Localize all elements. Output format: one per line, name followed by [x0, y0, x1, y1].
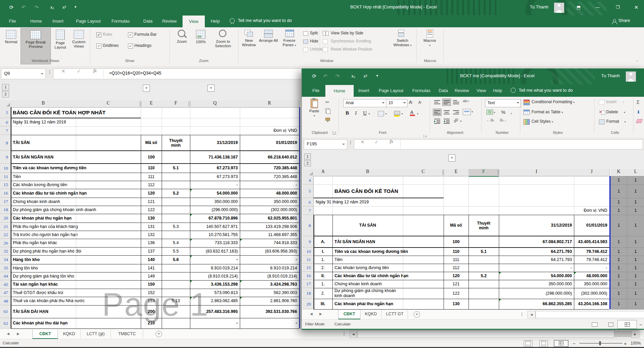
- cell-r20[interactable]: 62.025.955.801: [240, 214, 297, 223]
- cell-a20[interactable]: III.: [314, 299, 332, 309]
- cell-e44[interactable]: 149: [141, 272, 162, 280]
- cell-j7[interactable]: Đơn vị: VND: [574, 206, 607, 215]
- view-normal-icon[interactable]: [524, 340, 533, 347]
- new-sheet-icon[interactable]: +: [156, 331, 162, 337]
- cell-r48[interactable]: 2.861.908.760: [240, 297, 297, 305]
- cell-b9[interactable]: TÀI SẢN NGẮN HẠN: [13, 151, 141, 164]
- cell-b11[interactable]: Tiền: [334, 256, 444, 264]
- cell-r9[interactable]: 66.218.640.012: [240, 151, 297, 164]
- cell-k18[interactable]: 1: [611, 288, 627, 299]
- cell-b20[interactable]: Các khoản phải thu ngắn hạn: [334, 299, 444, 309]
- cell-e18[interactable]: 122: [444, 288, 469, 299]
- cell-q11[interactable]: 67.273.973: [190, 173, 238, 181]
- cell-b16[interactable]: Các khoản đầu tư tài chính ngắn hạn: [13, 189, 141, 198]
- cell-b16[interactable]: Các khoản đầu tư tài chính ngắn hạn: [334, 272, 444, 280]
- select-all-corner[interactable]: [0, 100, 11, 108]
- cell-e20[interactable]: 130: [444, 299, 469, 309]
- cell-e22[interactable]: 132: [141, 231, 162, 239]
- cell-r45[interactable]: 3.424.298.763: [240, 280, 297, 289]
- cell-q15[interactable]: -: [190, 181, 238, 189]
- cell-k9[interactable]: 1: [611, 236, 627, 248]
- sheet-tab-tmbctc[interactable]: TMBCTC: [111, 329, 143, 338]
- cell-e47[interactable]: 152: [141, 289, 162, 297]
- cell-b17[interactable]: Chứng khoán kinh doanh: [13, 198, 141, 206]
- zoom-in-icon[interactable]: +: [624, 341, 627, 346]
- cell-l15[interactable]: 1: [627, 264, 644, 272]
- cell-a17[interactable]: 1.: [314, 280, 332, 288]
- zoom-percentage[interactable]: 100%: [631, 341, 641, 346]
- column-header-E[interactable]: E: [141, 100, 162, 108]
- cell-e18[interactable]: 122: [141, 206, 162, 214]
- cell-f16[interactable]: 5.2: [469, 272, 499, 280]
- cell-e17[interactable]: 121: [444, 280, 469, 288]
- row-header-26[interactable]: 26: [0, 239, 11, 247]
- cell-e21[interactable]: 131: [141, 223, 162, 231]
- sheet-tab-cdkt[interactable]: CĐKT: [338, 310, 360, 319]
- cell-r47[interactable]: 562.390.003: [240, 289, 297, 297]
- row-header-10[interactable]: 10: [0, 164, 11, 173]
- cell-k17[interactable]: 1: [611, 280, 627, 288]
- cell-j8[interactable]: 01/01/2019: [574, 215, 607, 236]
- cell-r35[interactable]: 8.910.019.214: [240, 264, 297, 272]
- hscroll-left-icon[interactable]: ◀: [527, 311, 536, 318]
- row-header-9[interactable]: 9: [302, 236, 314, 248]
- cell-e62[interactable]: 210: [141, 318, 162, 328]
- hscroll-thumb[interactable]: [536, 311, 644, 318]
- row-header-16[interactable]: 16: [0, 189, 11, 198]
- cell-r44[interactable]: (8.910.019.214): [240, 272, 297, 280]
- column-header-A[interactable]: A: [314, 169, 333, 176]
- column-header-F[interactable]: F: [469, 169, 499, 177]
- cell-r17[interactable]: 350.000.000: [240, 198, 297, 206]
- cell-r21[interactable]: 133.419.298.506: [240, 223, 297, 231]
- row-header-11[interactable]: 11: [302, 256, 314, 264]
- row-header-32[interactable]: 32: [0, 247, 11, 255]
- row-header-45[interactable]: 45: [0, 280, 11, 289]
- view-page-break-icon[interactable]: [554, 340, 568, 347]
- sheet-tab-kqkd[interactable]: KQKD: [360, 310, 382, 319]
- cell-e35[interactable]: 141: [141, 264, 162, 272]
- cell-f8[interactable]: Thuyết minh: [162, 135, 190, 151]
- cell-q18[interactable]: (296.000.000): [190, 206, 238, 214]
- row-header-20[interactable]: 20: [0, 214, 11, 223]
- cell-b5[interactable]: BẢNG CÂN ĐỐI KẾ TOÁN HỢP NHẤT: [13, 107, 201, 118]
- cell-l17[interactable]: 1: [627, 280, 644, 288]
- cell-q35[interactable]: 8.910.019.214: [190, 264, 238, 272]
- row-header-44[interactable]: 44: [0, 272, 11, 280]
- view-page-layout-icon[interactable]: [606, 321, 615, 327]
- sheet-tab-cdkt[interactable]: CĐKT: [32, 329, 58, 339]
- cell-f26[interactable]: 5.4: [162, 239, 190, 247]
- cell-r61[interactable]: 392.531.030.766: [240, 305, 297, 318]
- tab-scroll-split-handle[interactable]: •••: [521, 312, 522, 316]
- sheet-prev-icon[interactable]: ◀: [5, 329, 11, 338]
- cell-b22[interactable]: Trả trước cho người bán ngắn hạn: [13, 231, 141, 239]
- cell-q8[interactable]: 31/12/2019: [190, 135, 238, 151]
- cell-r18[interactable]: (302.000.000): [240, 206, 297, 214]
- cell-i20[interactable]: 66.862.355.285: [499, 299, 572, 309]
- status-calculate[interactable]: Calculate: [334, 322, 351, 326]
- cell-f10[interactable]: 5.1: [162, 164, 190, 173]
- sheet-next-icon[interactable]: ▶: [15, 329, 22, 338]
- row-header-5[interactable]: 5: [0, 107, 11, 118]
- cell-f16[interactable]: 5.2: [162, 189, 190, 198]
- cell-j18[interactable]: (302.000.000): [574, 288, 607, 299]
- cell-k6[interactable]: 1: [611, 198, 627, 206]
- cell-b10[interactable]: Tiền và các khoản tương đương tiền: [13, 164, 141, 173]
- column-header-Q[interactable]: Q: [190, 100, 240, 108]
- cell-q61[interactable]: 257.483.316.995: [190, 305, 238, 318]
- cell-b6[interactable]: Ngày 31 tháng 12 năm 2019: [316, 198, 457, 206]
- cell-k10[interactable]: 1: [611, 248, 627, 256]
- cell-e20[interactable]: 130: [141, 214, 162, 223]
- cell-b9[interactable]: TÀI SẢN NGẮN HẠN: [334, 236, 444, 248]
- cell-e32[interactable]: 137: [141, 247, 162, 255]
- cell-b20[interactable]: Các khoản phải thu ngắn hạn: [13, 214, 141, 223]
- cell-i11[interactable]: 64.271.793: [499, 256, 572, 264]
- cell-l11[interactable]: 1: [627, 256, 644, 264]
- cell-e61[interactable]: 200: [141, 305, 162, 318]
- row-header-18[interactable]: 18: [302, 288, 314, 299]
- cell-e45[interactable]: 150: [141, 280, 162, 289]
- sheet-tab-lctt[interactable]: LCTT (gt): [81, 329, 111, 338]
- cell-i9[interactable]: 67.084.902.717: [499, 236, 572, 248]
- cell-b8[interactable]: TÀI SẢN: [13, 135, 78, 151]
- row-header-62[interactable]: 62: [0, 318, 11, 328]
- cell-b34[interactable]: Hàng tồn kho: [13, 255, 141, 264]
